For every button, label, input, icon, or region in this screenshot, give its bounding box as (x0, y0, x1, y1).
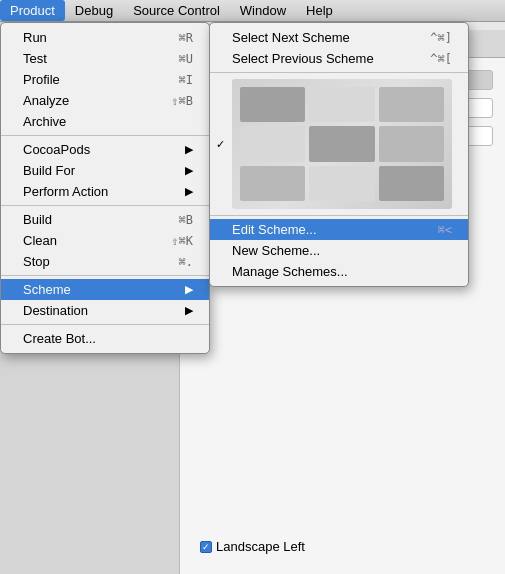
menu-item-analyze[interactable]: Analyze ⇧⌘B (1, 90, 209, 111)
menu-item-manage-schemes[interactable]: Manage Schemes... (210, 261, 468, 282)
thumb-block-9 (379, 166, 444, 201)
menu-bar-source-control[interactable]: Source Control (123, 0, 230, 21)
menu-item-edit-scheme[interactable]: Edit Scheme... ⌘< (210, 219, 468, 240)
thumb-block-2 (309, 87, 374, 122)
menu-bar-source-control-label: Source Control (133, 3, 220, 18)
shortcut-test: ⌘U (159, 52, 193, 66)
thumb-block-4 (240, 126, 305, 161)
submenu-arrow-perform-action: ▶ (185, 185, 193, 198)
shortcut-stop: ⌘. (159, 255, 193, 269)
shortcut-analyze: ⇧⌘B (151, 94, 193, 108)
dropdown-scheme: Select Next Scheme ^⌘] Select Previous S… (209, 22, 469, 287)
menu-item-new-scheme[interactable]: New Scheme... (210, 240, 468, 261)
menu-item-clean[interactable]: Clean ⇧⌘K (1, 230, 209, 251)
scheme-separator-2 (210, 215, 468, 216)
submenu-arrow-destination: ▶ (185, 304, 193, 317)
thumb-block-8 (309, 166, 374, 201)
dropdown-product: Run ⌘R Test ⌘U Profile ⌘I Analyze ⇧⌘B Ar… (0, 22, 210, 354)
menu-item-scheme[interactable]: Scheme ▶ (1, 279, 209, 300)
scheme-checkmark-item[interactable]: ✓ (210, 76, 468, 212)
scheme-checkmark-icon: ✓ (216, 138, 225, 151)
submenu-arrow-build-for: ▶ (185, 164, 193, 177)
separator-3 (1, 275, 209, 276)
menu-item-build-for[interactable]: Build For ▶ (1, 160, 209, 181)
menu-item-perform-action[interactable]: Perform Action ▶ (1, 181, 209, 202)
submenu-arrow-cocoapods: ▶ (185, 143, 193, 156)
shortcut-profile: ⌘I (159, 73, 193, 87)
shortcut-prev-scheme: ^⌘[ (410, 52, 452, 66)
checkbox-checkmark-icon: ✓ (202, 542, 210, 552)
landscape-left-checkbox[interactable]: ✓ (200, 541, 212, 553)
menu-bar-debug-label: Debug (75, 3, 113, 18)
shortcut-edit-scheme: ⌘< (418, 223, 452, 237)
menu-item-profile[interactable]: Profile ⌘I (1, 69, 209, 90)
separator-1 (1, 135, 209, 136)
menu-item-stop[interactable]: Stop ⌘. (1, 251, 209, 272)
menu-bar-product-label: Product (10, 3, 55, 18)
thumb-block-3 (379, 87, 444, 122)
menu-item-cocoapods[interactable]: CocoaPods ▶ (1, 139, 209, 160)
thumb-block-5 (309, 126, 374, 161)
landscape-left-row: ✓ Landscape Left (200, 539, 305, 554)
menu-bar-product[interactable]: Product (0, 0, 65, 21)
thumb-block-7 (240, 166, 305, 201)
thumb-block-1 (240, 87, 305, 122)
separator-2 (1, 205, 209, 206)
shortcut-build: ⌘B (159, 213, 193, 227)
menu-item-test[interactable]: Test ⌘U (1, 48, 209, 69)
shortcut-next-scheme: ^⌘] (410, 31, 452, 45)
menu-item-build[interactable]: Build ⌘B (1, 209, 209, 230)
menu-bar: Product Debug Source Control Window Help (0, 0, 505, 22)
scheme-separator-1 (210, 72, 468, 73)
menu-bar-window-label: Window (240, 3, 286, 18)
thumb-block-6 (379, 126, 444, 161)
menu-item-create-bot[interactable]: Create Bot... (1, 328, 209, 349)
landscape-left-label: Landscape Left (216, 539, 305, 554)
menu-item-archive[interactable]: Archive (1, 111, 209, 132)
menu-bar-help-label: Help (306, 3, 333, 18)
menu-item-destination[interactable]: Destination ▶ (1, 300, 209, 321)
menu-bar-window[interactable]: Window (230, 0, 296, 21)
submenu-arrow-scheme: ▶ (185, 283, 193, 296)
menu-item-select-prev-scheme[interactable]: Select Previous Scheme ^⌘[ (210, 48, 468, 69)
menu-item-select-next-scheme[interactable]: Select Next Scheme ^⌘] (210, 27, 468, 48)
shortcut-clean: ⇧⌘K (151, 234, 193, 248)
menu-bar-help[interactable]: Help (296, 0, 343, 21)
scheme-thumbnail (232, 79, 452, 209)
menu-item-run[interactable]: Run ⌘R (1, 27, 209, 48)
shortcut-run: ⌘R (159, 31, 193, 45)
menu-bar-debug[interactable]: Debug (65, 0, 123, 21)
separator-4 (1, 324, 209, 325)
